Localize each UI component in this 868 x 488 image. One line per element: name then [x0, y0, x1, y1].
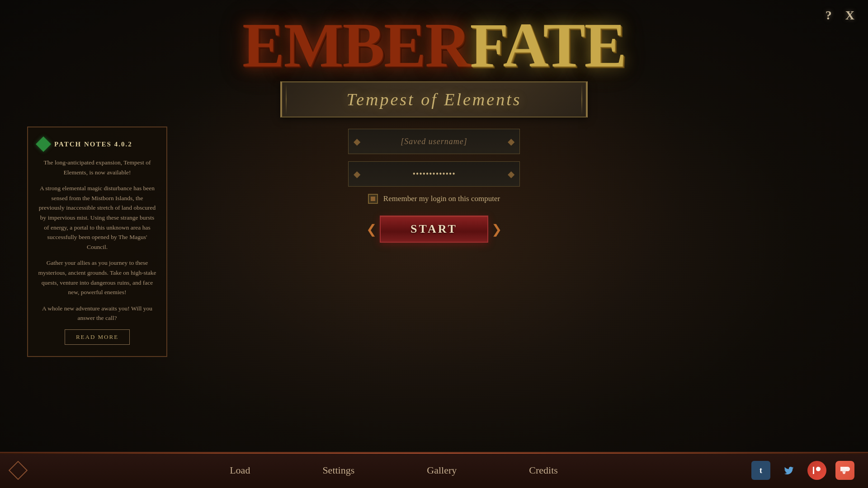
start-button[interactable]: START: [380, 216, 488, 243]
subtitle-text: Tempest of Elements: [346, 89, 521, 109]
svg-rect-1: [813, 467, 814, 474]
nav-links: Load Settings Gallery Credits: [36, 465, 751, 476]
logo-ember: EMBER: [242, 10, 470, 80]
svg-point-0: [816, 467, 821, 471]
bottom-navigation: Load Settings Gallery Credits t: [0, 452, 868, 488]
start-arrow-right: ❯: [491, 222, 502, 237]
nav-diamond-icon: [9, 461, 28, 480]
twitter-button[interactable]: [779, 461, 798, 480]
nav-settings[interactable]: Settings: [286, 465, 391, 476]
subtitle-banner: Tempest of Elements: [280, 81, 588, 117]
checkbox-inner: [371, 197, 375, 201]
logo-container: EMBERFATE: [242, 14, 626, 77]
nav-gallery[interactable]: Gallery: [391, 465, 493, 476]
main-content: EMBERFATE Tempest of Elements ◆ ◆ ◆ ◆ Re…: [0, 0, 868, 452]
nav-left-decoration: [0, 453, 36, 488]
close-button[interactable]: X: [845, 9, 854, 22]
username-left-decor: ◆: [354, 136, 360, 147]
remember-row: Remember my login on this computer: [368, 194, 500, 204]
social-links: t: [751, 461, 868, 480]
password-input[interactable]: [348, 161, 520, 187]
login-area: ◆ ◆ ◆ ◆ Remember my login on this comput…: [348, 129, 520, 243]
password-left-decor: ◆: [354, 169, 360, 179]
top-controls: ? X: [826, 9, 854, 22]
nav-load[interactable]: Load: [193, 465, 286, 476]
password-right-decor: ◆: [508, 169, 514, 179]
remember-checkbox[interactable]: [368, 194, 378, 204]
nav-credits[interactable]: Credits: [493, 465, 594, 476]
logo-fate: FATE: [470, 10, 626, 80]
username-input[interactable]: [348, 129, 520, 154]
patreon-button[interactable]: [807, 461, 826, 480]
kofi-button[interactable]: [835, 461, 854, 480]
tumblr-button[interactable]: t: [751, 461, 770, 480]
remember-label: Remember my login on this computer: [383, 194, 500, 203]
password-wrapper: ◆ ◆: [348, 161, 520, 187]
username-right-decor: ◆: [508, 136, 514, 147]
help-button[interactable]: ?: [826, 9, 832, 22]
start-arrow-left: ❮: [366, 222, 377, 237]
username-wrapper: ◆ ◆: [348, 129, 520, 154]
